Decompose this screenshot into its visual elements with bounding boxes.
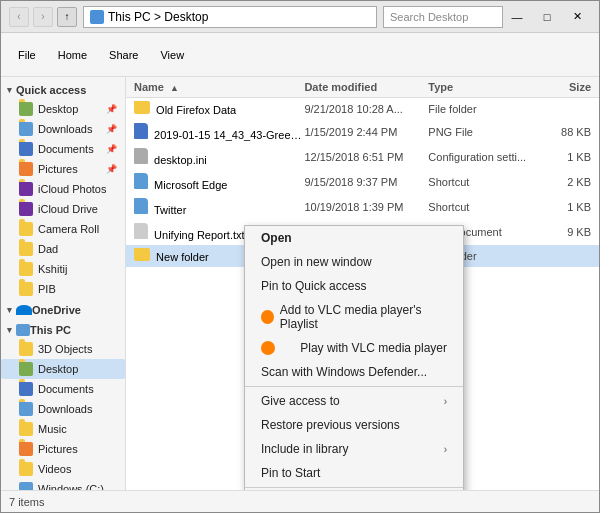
file-menu-button[interactable]: File [9,44,45,66]
col-name-header[interactable]: Name ▲ [134,81,304,93]
sidebar-item-documents[interactable]: Documents 📌 [1,139,125,159]
close-button[interactable]: ✕ [563,6,591,28]
address-bar[interactable]: This PC > Desktop [83,6,377,28]
sidebar-item-icloud-drive[interactable]: iCloud Drive [1,199,125,219]
up-button[interactable]: ↑ [57,7,77,27]
sidebar-item-pib[interactable]: PIB [1,279,125,299]
sidebar-item-dad[interactable]: Dad [1,239,125,259]
main-content: ▾ Quick access Desktop 📌 Downloads 📌 Doc… [1,77,599,490]
sidebar-item-pictures[interactable]: Pictures 📌 [1,159,125,179]
ctx-scan-defender[interactable]: Scan with Windows Defender... [245,360,463,384]
shortcut-file-icon [134,198,148,214]
videos-folder-icon [19,462,33,476]
ini-file-icon [134,148,148,164]
png-file-icon [134,123,148,139]
table-row[interactable]: Twitter 10/19/2018 1:39 PM Shortcut 1 KB [126,195,599,220]
address-folder-icon [90,10,104,24]
downloads-folder-icon [19,122,33,136]
ctx-give-access[interactable]: Give access to › [245,389,463,413]
sidebar-item-pictures-pc[interactable]: Pictures [1,439,125,459]
sidebar-item-label: Desktop [38,103,78,115]
sidebar-item-label: Music [38,423,67,435]
ctx-include-library[interactable]: Include in library › [245,437,463,461]
pin-icon: 📌 [106,124,117,134]
sidebar-item-label: Pictures [38,443,78,455]
documents-pc-icon [19,382,33,396]
status-text: 7 items [9,496,44,508]
onedrive-header[interactable]: ▾ OneDrive [1,301,125,319]
ctx-vlc-playlist[interactable]: Add to VLC media player's Playlist [245,298,463,336]
file-type: Configuration setti... [428,151,536,163]
file-type: Shortcut [428,201,536,213]
ctx-vlc-play[interactable]: Play with VLC media player [245,336,463,360]
pictures-folder-icon [19,162,33,176]
file-type: PNG File [428,126,536,138]
minimize-button[interactable]: — [503,6,531,28]
this-pc-icon [16,324,30,336]
ctx-open-new-window[interactable]: Open in new window [245,250,463,274]
this-pc-header[interactable]: ▾ This PC [1,321,125,339]
file-name: 2019-01-15 14_43_43-Greenshot.png [134,123,304,141]
ctx-open-new-window-label: Open in new window [261,255,372,269]
home-tab-button[interactable]: Home [49,44,96,66]
col-date-header[interactable]: Date modified [304,81,428,93]
search-placeholder: Search Desktop [390,11,468,23]
sidebar-item-label: Kshitij [38,263,67,275]
onedrive-section: ▾ OneDrive [1,301,125,319]
sidebar-item-downloads-pc[interactable]: Downloads [1,399,125,419]
sidebar-item-label: Camera Roll [38,223,99,235]
sidebar-item-videos[interactable]: Videos [1,459,125,479]
sidebar-item-3d-objects[interactable]: 3D Objects [1,339,125,359]
ctx-scan-defender-label: Scan with Windows Defender... [261,365,427,379]
sidebar-item-kshitij[interactable]: Kshitij [1,259,125,279]
sidebar-item-label: Dad [38,243,58,255]
sidebar-item-camera-roll[interactable]: Camera Roll [1,219,125,239]
file-date: 1/15/2019 2:44 PM [304,126,428,138]
sidebar-item-icloud-photos[interactable]: iCloud Photos [1,179,125,199]
file-area: Name ▲ Date modified Type Size Old Firef… [126,77,599,490]
forward-button[interactable]: › [33,7,53,27]
table-row[interactable]: Microsoft Edge 9/15/2018 9:37 PM Shortcu… [126,170,599,195]
sort-arrow: ▲ [170,83,179,93]
view-tab-button[interactable]: View [151,44,193,66]
sidebar-item-desktop[interactable]: Desktop 📌 [1,99,125,119]
table-row[interactable]: Old Firefox Data 9/21/2018 10:28 A... Fi… [126,98,599,120]
sidebar-item-desktop-pc[interactable]: Desktop [1,359,125,379]
sidebar-item-windows-c[interactable]: Windows (C:) [1,479,125,490]
vlc-play-icon [261,341,275,355]
onedrive-cloud-icon [16,305,32,315]
ctx-pin-quick-access-label: Pin to Quick access [261,279,366,293]
ctx-pin-start-label: Pin to Start [261,466,320,480]
quick-access-header[interactable]: ▾ Quick access [1,81,125,99]
this-pc-section: ▾ This PC 3D Objects Desktop Documents [1,321,125,490]
context-menu: Open Open in new window Pin to Quick acc… [244,225,464,490]
sidebar-item-music[interactable]: Music [1,419,125,439]
kshitij-folder-icon [19,262,33,276]
table-row[interactable]: 2019-01-15 14_43_43-Greenshot.png 1/15/2… [126,120,599,145]
icloud-drive-icon [19,202,33,216]
music-folder-icon [19,422,33,436]
share-tab-button[interactable]: Share [100,44,147,66]
maximize-button[interactable]: □ [533,6,561,28]
col-type-header[interactable]: Type [428,81,536,93]
address-path: This PC > Desktop [108,10,208,24]
col-size-header[interactable]: Size [537,81,591,93]
ctx-restore-versions[interactable]: Restore previous versions [245,413,463,437]
back-button[interactable]: ‹ [9,7,29,27]
quick-access-arrow: ▾ [7,85,12,95]
sidebar-item-downloads[interactable]: Downloads 📌 [1,119,125,139]
table-row[interactable]: desktop.ini 12/15/2018 6:51 PM Configura… [126,145,599,170]
sidebar-item-documents-pc[interactable]: Documents [1,379,125,399]
ctx-separator-1 [245,386,463,387]
file-name: desktop.ini [134,148,304,166]
ctx-pin-start[interactable]: Pin to Start [245,461,463,485]
ctx-pin-quick-access[interactable]: Pin to Quick access [245,274,463,298]
ctx-open[interactable]: Open [245,226,463,250]
file-date: 10/19/2018 1:39 PM [304,201,428,213]
downloads-pc-icon [19,402,33,416]
search-box[interactable]: Search Desktop [383,6,503,28]
file-size: 1 KB [537,201,591,213]
ctx-include-library-label: Include in library [261,442,348,456]
sidebar-item-label: Downloads [38,123,92,135]
quick-access-section: ▾ Quick access Desktop 📌 Downloads 📌 Doc… [1,81,125,299]
